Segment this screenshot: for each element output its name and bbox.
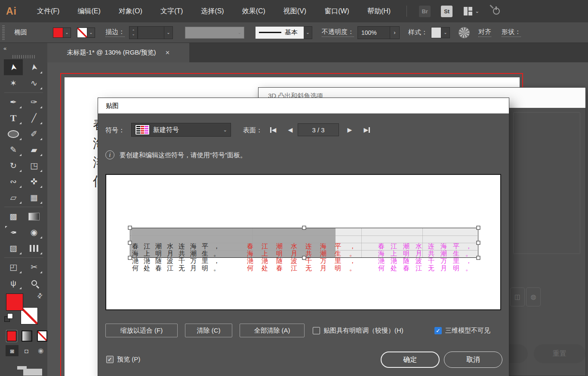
slice-tool[interactable]: ✂ bbox=[25, 259, 43, 275]
puppet-warp-tool[interactable]: ✜ bbox=[25, 174, 43, 190]
gradient-tool[interactable] bbox=[25, 208, 43, 224]
pen-tool[interactable]: ✒ bbox=[4, 94, 23, 110]
selection-handle[interactable] bbox=[128, 241, 132, 245]
fill-color-swatch[interactable] bbox=[53, 28, 63, 38]
next-surface-button[interactable]: ▶ bbox=[344, 125, 355, 135]
workspace-switcher-icon[interactable] bbox=[464, 7, 472, 15]
dialog-title[interactable]: 贴图 bbox=[98, 98, 509, 113]
hide-geometry-checkbox[interactable]: ✓ bbox=[434, 327, 442, 334]
artboard-tool[interactable]: ◰ bbox=[4, 259, 23, 275]
last-surface-button[interactable]: ▶ bbox=[361, 125, 373, 135]
scale-to-fit-button[interactable]: 缩放以适合 (F) bbox=[105, 324, 178, 337]
type-tool[interactable]: T bbox=[4, 110, 23, 126]
menu-view[interactable]: 视图(V) bbox=[283, 7, 306, 16]
selection-handle[interactable] bbox=[128, 226, 132, 230]
hide-geometry-checkbox-row[interactable]: ✓ 三维模型不可见 bbox=[434, 327, 490, 335]
curvature-tool[interactable]: ✑ bbox=[25, 94, 43, 110]
stroke-weight-value[interactable] bbox=[138, 26, 164, 39]
shaper-tool[interactable]: ✎ bbox=[4, 142, 23, 158]
perspective-grid-tool[interactable]: ▦ bbox=[25, 190, 43, 205]
control-bar-grip[interactable] bbox=[2, 25, 5, 40]
stroke-weight-stepper[interactable]: ⌃⌄ bbox=[129, 26, 138, 39]
menu-effect[interactable]: 效果(C) bbox=[242, 7, 265, 16]
bridge-button[interactable]: Br bbox=[419, 6, 431, 17]
magic-wand-tool[interactable]: ✶ bbox=[4, 75, 23, 91]
stock-button[interactable]: St bbox=[441, 6, 453, 17]
draw-behind-button[interactable]: ◘ bbox=[20, 345, 33, 356]
opacity-value[interactable]: 100% bbox=[357, 26, 390, 39]
first-surface-button[interactable]: ◀ bbox=[268, 125, 279, 135]
menu-type[interactable]: 文字(T) bbox=[160, 7, 183, 16]
line-segment-tool[interactable]: ╱ bbox=[25, 110, 43, 126]
rotate-tool[interactable]: ↻ bbox=[4, 158, 23, 174]
menu-edit[interactable]: 编辑(E) bbox=[77, 7, 100, 16]
symbol-sprayer-tool[interactable]: ▨ bbox=[4, 240, 23, 256]
3d-lighting-icon-button[interactable]: ◍ bbox=[526, 287, 541, 306]
reset-button[interactable]: 重置 bbox=[534, 344, 585, 363]
none-mode-button[interactable] bbox=[37, 330, 47, 342]
selection-handle[interactable] bbox=[477, 241, 480, 245]
stroke-color-swatch[interactable] bbox=[77, 28, 87, 38]
preview-checkbox[interactable]: ✓ bbox=[106, 356, 114, 363]
color-mode-button[interactable] bbox=[6, 330, 17, 342]
clear-button[interactable]: 清除 (C) bbox=[185, 324, 232, 337]
stroke-weight-label[interactable]: 描边： bbox=[105, 28, 125, 37]
stroke-color-indicator[interactable] bbox=[21, 307, 38, 324]
document-tab[interactable]: 未标题-1* @ 130% (RGB/预览) × bbox=[47, 43, 189, 62]
draw-inside-button[interactable]: ◉ bbox=[34, 345, 47, 356]
screen-mode-button[interactable] bbox=[23, 369, 42, 376]
direct-selection-tool[interactable]: ➤ bbox=[25, 59, 43, 75]
style-chevron-icon[interactable]: ⌄ bbox=[441, 27, 450, 38]
selection-handle[interactable] bbox=[477, 226, 480, 230]
previous-surface-button[interactable]: ◀ bbox=[285, 125, 296, 135]
column-graph-tool[interactable] bbox=[25, 240, 43, 256]
lasso-tool[interactable]: ∿ bbox=[25, 75, 43, 91]
menu-window[interactable]: 窗口(W) bbox=[324, 7, 349, 16]
recolor-artwork-icon[interactable] bbox=[459, 27, 470, 38]
stroke-color-chevron-icon[interactable]: ⌄ bbox=[87, 28, 95, 38]
selection-handle[interactable] bbox=[302, 226, 306, 230]
selection-handle[interactable] bbox=[302, 256, 306, 260]
collapse-panel-icon[interactable]: « bbox=[3, 45, 6, 52]
menu-help[interactable]: 帮助(H) bbox=[367, 7, 391, 16]
scale-tool[interactable]: ◳ bbox=[25, 158, 43, 174]
shape-builder-tool[interactable]: ▱ bbox=[4, 190, 23, 205]
opacity-arrow-icon[interactable]: › bbox=[390, 26, 400, 39]
map-art-preview[interactable]: 春江潮水连海平，海上明月共潮生。滟滟随波千万里，何处春江无月明。 春江潮水连海平… bbox=[105, 174, 501, 310]
gradient-mode-button[interactable] bbox=[22, 330, 32, 342]
blend-tool[interactable]: ◉ bbox=[25, 224, 43, 240]
selection-tool[interactable]: ➤ bbox=[4, 59, 23, 75]
hand-tool[interactable]: ψ bbox=[4, 275, 23, 291]
clear-all-button[interactable]: 全部清除 (A) bbox=[240, 324, 305, 337]
zoom-tool[interactable] bbox=[25, 275, 43, 291]
draw-normal-button[interactable]: ◙ bbox=[6, 345, 18, 356]
selection-handle[interactable] bbox=[128, 256, 132, 260]
brush-definition-button[interactable]: 基本 bbox=[256, 27, 304, 39]
brush-chevron-icon[interactable]: ⌄ bbox=[304, 26, 312, 39]
stroke-weight-chevron-icon[interactable]: ⌄ bbox=[164, 26, 173, 39]
shape-label[interactable]: 形状： bbox=[502, 28, 521, 37]
menu-select[interactable]: 选择(S) bbox=[201, 7, 224, 16]
menu-file[interactable]: 文件(F) bbox=[37, 7, 59, 16]
share-icon[interactable] bbox=[493, 8, 500, 15]
opacity-label[interactable]: 不透明度： bbox=[322, 28, 354, 37]
shade-artwork-checkbox[interactable] bbox=[313, 327, 320, 334]
panel-grip[interactable] bbox=[12, 55, 35, 58]
swap-fill-stroke-icon[interactable]: ⇄ bbox=[35, 291, 44, 300]
ok-button[interactable]: 确定 bbox=[381, 352, 440, 368]
mesh-tool[interactable]: ▩ bbox=[4, 208, 23, 224]
shade-artwork-checkbox-row[interactable]: 贴图具有明暗调（较慢）(H) bbox=[313, 327, 403, 335]
close-tab-icon[interactable]: × bbox=[166, 49, 170, 57]
width-profile-dropdown[interactable]: ⌄ bbox=[185, 27, 244, 39]
menu-object[interactable]: 对象(O) bbox=[119, 7, 142, 16]
eyedropper-tool[interactable]: ✒ bbox=[4, 224, 23, 240]
selection-handle[interactable] bbox=[477, 256, 480, 260]
fill-color-chevron-icon[interactable]: ⌄ bbox=[63, 28, 71, 38]
style-swatch[interactable] bbox=[431, 27, 441, 38]
fill-color-indicator[interactable] bbox=[6, 293, 23, 311]
width-tool[interactable]: ∾ bbox=[4, 174, 23, 190]
align-label[interactable]: 对齐 bbox=[478, 28, 491, 37]
ellipse-tool[interactable] bbox=[4, 126, 23, 142]
default-fill-stroke-icon[interactable] bbox=[4, 313, 13, 322]
chevron-down-icon[interactable]: ⌄ bbox=[475, 8, 479, 14]
